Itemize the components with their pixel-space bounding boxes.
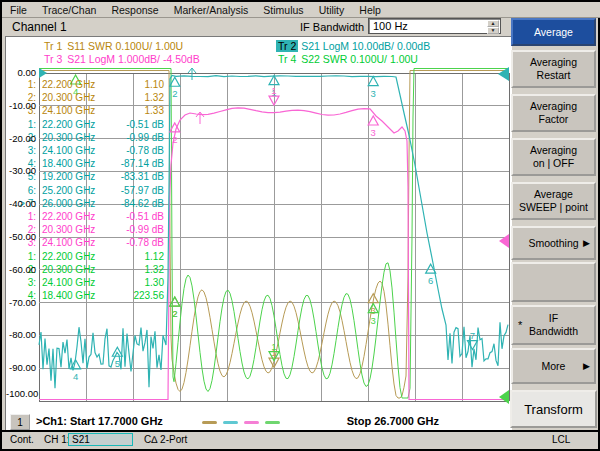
softkey-smoothing[interactable]: Smoothing▶ <box>511 226 596 260</box>
softkey-average-sweep-point[interactable]: AverageSWEEP | point <box>511 182 596 220</box>
softkey-label: Transform <box>524 403 583 416</box>
marker-value: 1.32 <box>114 91 164 104</box>
softkey-label: IF <box>549 312 558 325</box>
softkey-blank[interactable] <box>511 262 596 302</box>
menu-item-utility[interactable]: Utility <box>319 4 345 16</box>
menu-item-trace-chan[interactable]: Trace/Chan <box>42 4 96 16</box>
marker-frequency: 24.100 GHz <box>36 104 114 117</box>
marker-value: -0.51 dB <box>114 210 164 223</box>
softkey-averaging-on-off[interactable]: Averagingon | OFF <box>511 138 596 176</box>
sweep-status: Cont. <box>10 434 34 445</box>
marker-frequency: 22.200 GHz <box>36 78 114 91</box>
y-axis-label: -90.00 <box>6 362 36 373</box>
trace-id-chip: Tr 4 <box>276 53 298 65</box>
trace-format-label: S11 SWR 0.100U/ 1.00U <box>64 40 183 52</box>
marker-number-label: 5 <box>115 358 120 369</box>
marker-frequency: 20.300 GHz <box>36 91 114 104</box>
softkey-averaging-restart[interactable]: AveragingRestart <box>511 50 596 88</box>
marker-number-label: 2 <box>172 134 177 145</box>
softkey-label: Smoothing <box>528 237 578 250</box>
marker-number-label: 7 <box>470 330 475 341</box>
marker-value: -0.78 dB <box>114 236 164 249</box>
softkey-label-2: Restart <box>537 69 571 82</box>
marker-value: -84.62 dB <box>114 197 164 210</box>
legend-tr2[interactable]: Tr 2 S21 LogM 10.00dB/ 0.00dB <box>276 40 430 52</box>
y-axis-label: 0.00 <box>6 67 36 78</box>
y-axis-label: -100.00 <box>6 388 36 399</box>
marker-number-label: 2 <box>172 88 177 99</box>
marker-frequency: 24.100 GHz <box>36 236 114 249</box>
stimulus-start-label: >Ch1: Start 17.7000 GHz <box>36 415 163 427</box>
menu-item-file[interactable]: File <box>10 4 27 16</box>
softkey-label-2: Bandwidth <box>529 325 578 338</box>
legend-tr4[interactable]: Tr 4 S22 SWR 0.100U/ 1.00U <box>276 53 418 65</box>
y-axis-label: -50.00 <box>6 231 36 242</box>
softkey-if-bandwidth[interactable]: IFBandwidth* <box>511 305 596 345</box>
trace-id-chip: Tr 3 <box>42 53 64 65</box>
ref-indicator-tr3-icon <box>499 234 509 248</box>
legend-tr3[interactable]: Tr 3 S21 LogM 1.000dB/ -4.50dB <box>42 53 200 65</box>
softkey-transform[interactable]: Transform <box>510 390 597 428</box>
marker-number: 1: <box>12 210 36 223</box>
y-axis-label: -70.00 <box>6 297 36 308</box>
marker-frequency: 18.400 GHz <box>36 157 114 170</box>
marker-symbol: 3 <box>368 116 378 138</box>
if-bandwidth-input[interactable]: 100 Hz ▲ ▼ <box>368 18 501 34</box>
marker-value: -0.99 dB <box>114 131 164 144</box>
softkey-average[interactable]: Average <box>511 18 596 46</box>
marker-readout-row: 1:22.200 GHz-0.51 dB <box>12 118 164 131</box>
bandwidth-arrow-icon <box>188 68 196 80</box>
softkey-averaging-factor[interactable]: AveragingFactor <box>511 94 596 132</box>
marker-value: 1.32 <box>114 263 164 276</box>
marker-number-label: 6 <box>428 275 433 286</box>
marker-frequency: 22.200 GHz <box>36 118 114 131</box>
if-bandwidth-value: 100 Hz <box>373 20 408 32</box>
marker-frequency: 22.200 GHz <box>36 210 114 223</box>
marker-number-label: 3 <box>371 315 376 326</box>
spinner-down-icon[interactable]: ▼ <box>487 27 499 34</box>
trace-format-label: S21 LogM 1.000dB/ -4.50dB <box>64 53 199 65</box>
display-screen: 12312345671231234 Tr 1 S11 SWR 0.100U/ 1… <box>5 36 512 435</box>
trace-dash <box>202 421 217 424</box>
marker-number-label: 1 <box>271 85 276 96</box>
marker-number: 1: <box>12 250 36 263</box>
marker-frequency: 24.100 GHz <box>36 144 114 157</box>
submenu-arrow-icon: ▶ <box>583 360 590 373</box>
marker-value: 1.12 <box>114 250 164 263</box>
marker-value: -0.99 dB <box>114 223 164 236</box>
marker-frequency: 25.200 GHz <box>36 184 114 197</box>
calibration-status: C∆ 2-Port <box>144 434 187 445</box>
marker-value: -0.78 dB <box>114 144 164 157</box>
ref-indicator-left-icon <box>39 68 47 78</box>
marker-readout-row: 1:22.200 GHz1.12 <box>12 250 164 263</box>
marker-frequency: 24.100 GHz <box>36 276 114 289</box>
channel-bar: Channel 1 IF Bandwidth 100 Hz ▲ ▼ <box>2 18 510 36</box>
channel-status-label: CH 1: <box>44 434 70 445</box>
y-axis-label: -60.00 <box>6 264 36 275</box>
marker-readout-row: 1:22.200 GHz-0.51 dB <box>12 210 164 223</box>
marker-readout-row: 3:24.100 GHz1.30 <box>12 276 164 289</box>
marker-symbol: 2 <box>170 297 180 319</box>
spinner-up-icon[interactable]: ▲ <box>487 20 499 27</box>
local-remote-status: LCL <box>552 434 570 445</box>
marker-value: 1.33 <box>114 104 164 117</box>
active-measurement-box[interactable]: S21 <box>68 433 133 446</box>
menu-bar: FileTrace/ChanResponseMarker/AnalysisSti… <box>2 2 600 18</box>
trace-dash <box>265 421 280 424</box>
menu-item-response[interactable]: Response <box>111 4 158 16</box>
marker-number: 6: <box>12 184 36 197</box>
softkey-label: Averaging <box>530 144 577 157</box>
softkey-label: Averaging <box>530 56 577 69</box>
y-axis-label: -80.00 <box>6 329 36 340</box>
menu-item-stimulus[interactable]: Stimulus <box>263 4 303 16</box>
trace-id-chip: Tr 1 <box>42 40 64 52</box>
marker-readout-row: 3:24.100 GHz-0.78 dB <box>12 144 164 157</box>
menu-item-help[interactable]: Help <box>359 4 381 16</box>
softkey-more[interactable]: More▶ <box>511 348 596 384</box>
marker-frequency: 22.200 GHz <box>36 250 114 263</box>
legend-tr1[interactable]: Tr 1 S11 SWR 0.100U/ 1.00U <box>42 40 183 52</box>
menu-item-marker-analysis[interactable]: Marker/Analysis <box>174 4 249 16</box>
softkey-label-2: Factor <box>539 113 569 126</box>
marker-value: 223.56 <box>114 289 164 302</box>
marker-frequency: 20.300 GHz <box>36 131 114 144</box>
